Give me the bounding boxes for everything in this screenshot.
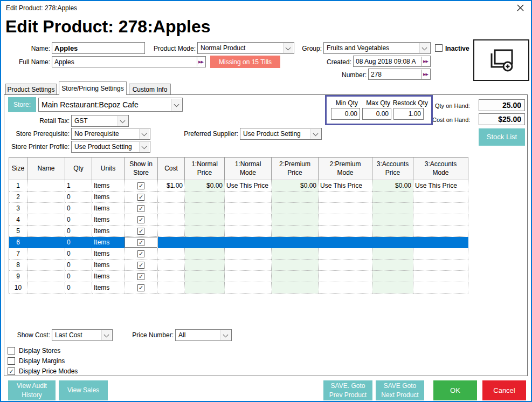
product-image-button[interactable] [473, 39, 529, 81]
grid-cell[interactable]: 9 [9, 271, 27, 282]
table-row[interactable]: 11Items✓$1.00$0.00Use This Price$0.00Use… [9, 180, 468, 192]
min-qty-input[interactable]: 0.00 [331, 108, 360, 120]
display-stores-checkbox[interactable] [8, 347, 15, 355]
grid-cell[interactable] [158, 271, 185, 282]
grid-cell[interactable]: 3 [9, 203, 27, 214]
grid-cell[interactable] [225, 214, 272, 226]
display-price-modes-checkbox[interactable]: ✓ [8, 367, 15, 375]
grid-cell[interactable]: 8 [9, 260, 27, 271]
grid-cell[interactable]: 1 [65, 180, 92, 192]
grid-cell[interactable] [413, 214, 468, 226]
column-header[interactable]: Show in Store [125, 158, 158, 180]
grid-cell[interactable] [372, 203, 413, 214]
grid-cell[interactable] [372, 282, 413, 294]
grid-cell[interactable]: ✓ [125, 271, 158, 282]
grid-cell[interactable] [225, 192, 272, 203]
grid-cell[interactable]: 0 [65, 248, 92, 260]
preferred-supplier-select[interactable]: Use Product Setting [240, 128, 322, 140]
table-row[interactable]: 70Items✓ [9, 248, 468, 260]
grid-cell[interactable]: Items [92, 214, 125, 226]
grid-cell[interactable] [319, 248, 372, 260]
grid-cell[interactable]: ✓ [125, 282, 158, 294]
store-button[interactable]: Store: [8, 97, 36, 112]
table-row[interactable]: 40Items✓ [9, 214, 468, 226]
grid-cell[interactable] [158, 214, 185, 226]
expand-icon[interactable]: ▶▶ [197, 57, 205, 66]
grid-cell[interactable]: 2 [9, 192, 27, 203]
grid-cell[interactable]: 0 [65, 260, 92, 271]
restock-qty-input[interactable]: 1.00 [393, 108, 424, 120]
grid-cell[interactable] [319, 192, 372, 203]
table-row[interactable]: 20Items✓ [9, 192, 468, 203]
grid-cell[interactable] [27, 271, 65, 282]
grid-cell[interactable] [225, 237, 272, 248]
grid-cell[interactable]: 10 [9, 282, 27, 294]
grid-cell[interactable] [413, 260, 468, 271]
retail-tax-select[interactable]: GST [71, 115, 129, 127]
grid-cell[interactable] [372, 237, 413, 248]
grid-cell[interactable] [319, 203, 372, 214]
number-input[interactable]: 278▶▶ [368, 69, 431, 80]
display-margins-checkbox[interactable] [8, 357, 15, 365]
grid-cell[interactable] [413, 282, 468, 294]
grid-cell[interactable] [413, 203, 468, 214]
grid-cell[interactable]: Items [92, 237, 125, 248]
grid-cell[interactable] [413, 271, 468, 282]
grid-cell[interactable]: ✓ [125, 214, 158, 226]
grid-cell[interactable] [413, 226, 468, 237]
show-in-store-checkbox[interactable]: ✓ [137, 194, 144, 201]
column-header[interactable]: 3:Accounts Price [372, 158, 413, 180]
grid-cell[interactable] [185, 192, 225, 203]
grid-cell[interactable] [158, 237, 185, 248]
grid-cell[interactable] [319, 237, 372, 248]
grid-cell[interactable] [272, 260, 319, 271]
grid-cell[interactable] [319, 271, 372, 282]
show-in-store-checkbox[interactable]: ✓ [137, 262, 144, 269]
show-in-store-checkbox[interactable]: ✓ [137, 284, 144, 291]
table-row[interactable]: 50Items✓ [9, 226, 468, 237]
show-in-store-checkbox[interactable]: ✓ [137, 239, 144, 246]
column-header[interactable]: 2:Premium Price [272, 158, 319, 180]
grid-cell[interactable]: 1 [9, 180, 27, 192]
grid-cell[interactable]: 0 [65, 203, 92, 214]
grid-cell[interactable]: Items [92, 271, 125, 282]
grid-cell[interactable] [27, 180, 65, 192]
grid-cell[interactable]: 0 [65, 237, 92, 248]
column-header[interactable]: 2:Premium Mode [319, 158, 372, 180]
grid-cell[interactable]: 4 [9, 214, 27, 226]
grid-cell[interactable] [225, 203, 272, 214]
grid-cell[interactable]: Items [92, 203, 125, 214]
grid-cell[interactable]: Items [92, 180, 125, 192]
grid-cell[interactable] [225, 260, 272, 271]
show-in-store-checkbox[interactable]: ✓ [137, 273, 144, 280]
grid-cell[interactable] [225, 271, 272, 282]
expand-icon[interactable]: ▶▶ [422, 70, 430, 79]
grid-cell[interactable]: ✓ [125, 203, 158, 214]
store-select[interactable]: Main Restaurant:Bepoz Cafe [38, 98, 183, 112]
tab-custom-info[interactable]: Custom Info [129, 84, 171, 95]
grid-cell[interactable] [185, 214, 225, 226]
grid-cell[interactable] [158, 192, 185, 203]
grid-cell[interactable] [158, 203, 185, 214]
created-input[interactable]: 08 Aug 2018 09:08 A▶▶ [353, 56, 431, 67]
table-row[interactable]: 100Items✓ [9, 282, 468, 294]
grid-cell[interactable]: Items [92, 260, 125, 271]
column-header[interactable]: Name [27, 158, 65, 180]
column-header[interactable]: 3:Accounts Mode [413, 158, 468, 180]
grid-cell[interactable] [272, 203, 319, 214]
grid-cell[interactable]: Items [92, 226, 125, 237]
grid-cell[interactable] [27, 214, 65, 226]
grid-cell[interactable] [185, 248, 225, 260]
grid-cell[interactable] [158, 282, 185, 294]
grid-cell[interactable]: 0 [65, 214, 92, 226]
grid-cell[interactable] [372, 271, 413, 282]
grid-cell[interactable] [225, 226, 272, 237]
grid-cell[interactable]: Use This Price [319, 180, 372, 192]
column-header[interactable]: Qty [65, 158, 92, 180]
grid-cell[interactable]: ✓ [125, 260, 158, 271]
show-in-store-checkbox[interactable]: ✓ [137, 216, 144, 223]
grid-cell[interactable] [185, 237, 225, 248]
grid-cell[interactable] [27, 260, 65, 271]
grid-cell[interactable] [27, 226, 65, 237]
save-goto-next-button[interactable]: SAVE Goto Next Product [376, 380, 424, 400]
